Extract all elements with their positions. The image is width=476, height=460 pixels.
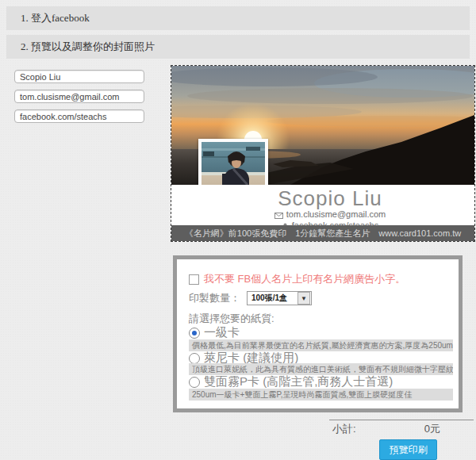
envelope-icon bbox=[274, 211, 283, 220]
subtotal-value: 0元 bbox=[424, 422, 440, 436]
preview-print-button[interactable]: 預覽印刷 bbox=[379, 439, 437, 460]
no-ad-checkbox[interactable] bbox=[189, 274, 199, 285]
quantity-selected-value: 100張/1盒 bbox=[248, 293, 297, 304]
email-field[interactable] bbox=[14, 90, 144, 103]
step-header-preview: 2. 預覽以及調整你的封面照片 bbox=[6, 35, 470, 59]
card-email-text: tom.clusisme@gmail.com bbox=[286, 209, 386, 219]
name-field[interactable] bbox=[14, 70, 144, 83]
card-name: Scopio Liu bbox=[259, 186, 401, 211]
paper-desc-linen: 頂級進口萊妮紙，此為具有質感的進口美術紙，雙面有不規則細微十字壓紋，厚度300u… bbox=[189, 363, 453, 375]
subtotal-label: 小計: bbox=[332, 422, 356, 436]
paper-option-level1[interactable]: 一級卡 bbox=[189, 325, 240, 340]
page: 1. 登入facebook 2. 預覽以及調整你的封面照片 bbox=[0, 0, 476, 460]
step-header-preview-label: 2. 預覽以及調整你的封面照片 bbox=[21, 40, 155, 54]
card-preview[interactable]: Scopio Liu tom.clusisme@gmail.com facebo… bbox=[171, 65, 475, 242]
card-footer-ad: 《名片網》前100張免費印 1分鐘幫您產生名片 www.card101.com.… bbox=[171, 225, 474, 241]
facebook-field[interactable] bbox=[14, 109, 144, 123]
quantity-row: 印製數量： 100張/1盒 ▼ bbox=[189, 291, 312, 305]
step-header-login-label: 1. 登入facebook bbox=[21, 11, 90, 25]
paper-desc-level1: 價格最低,為目前業界最便宜的名片紙質,屬於經濟實惠的方案,厚度為250um bbox=[189, 339, 453, 351]
print-options-panel: 我不要 FB個人名片上印有名片網廣告小字。 印製數量： 100張/1盒 ▼ 請選… bbox=[173, 255, 463, 412]
paper-desc-matte: 250um一級卡+雙面上霧P,呈現時尚霧面質感,雙面上膜硬挺度佳 bbox=[189, 389, 453, 401]
paper-label-level1: 一級卡 bbox=[204, 325, 240, 340]
no-ad-label: 我不要 FB個人名片上印有名片網廣告小字。 bbox=[204, 272, 405, 286]
paper-option-matte[interactable]: 雙面霧P卡 (高階主管,商務人士首選) bbox=[189, 374, 393, 389]
profile-form bbox=[14, 70, 144, 129]
chevron-down-icon[interactable]: ▼ bbox=[298, 292, 310, 305]
paper-radio-linen[interactable] bbox=[189, 353, 200, 364]
step-header-login: 1. 登入facebook bbox=[6, 6, 470, 30]
card-info-area: Scopio Liu tom.clusisme@gmail.com facebo… bbox=[171, 185, 474, 225]
paper-question: 請選擇您要的紙質: bbox=[189, 312, 274, 326]
subtotal-row: 小計: 0元 bbox=[329, 420, 474, 436]
quantity-select[interactable]: 100張/1盒 ▼ bbox=[247, 291, 312, 305]
paper-radio-matte[interactable] bbox=[189, 377, 200, 388]
paper-radio-level1[interactable] bbox=[189, 328, 200, 339]
quantity-label: 印製數量： bbox=[189, 291, 240, 305]
card-email-line: tom.clusisme@gmail.com bbox=[259, 209, 401, 220]
no-ad-option: 我不要 FB個人名片上印有名片網廣告小字。 bbox=[189, 272, 405, 286]
paper-label-matte: 雙面霧P卡 (高階主管,商務人士首選) bbox=[204, 374, 393, 389]
